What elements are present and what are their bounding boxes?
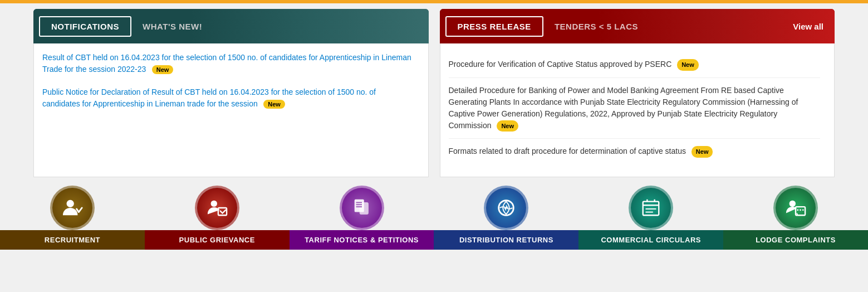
right-panel-header: PRESS RELEASE TENDERS < 5 LACS View all: [440, 9, 835, 43]
notification-link-1[interactable]: Result of CBT held on 16.04.2023 for the…: [42, 53, 411, 74]
press-badge-2: New: [497, 120, 518, 132]
commercial-label: COMMERCIAL CIRCULARS: [578, 230, 723, 250]
svg-point-0: [66, 200, 73, 207]
tab-tenders[interactable]: TENDERS < 5 LACS: [543, 17, 649, 36]
new-badge-1: New: [152, 65, 174, 74]
complaints-icon-circle: [773, 186, 818, 230]
recruitment-label: RECRUITMENT: [0, 230, 145, 250]
left-panel-body: Result of CBT held on 16.04.2023 for the…: [33, 43, 429, 177]
list-item: Formats related to draft procedure for d…: [449, 139, 821, 164]
left-panel: NOTIFICATIONS WHAT'S NEW! Result of CBT …: [33, 9, 429, 177]
nav-item-recruitment[interactable]: RECRUITMENT: [0, 186, 145, 250]
complaints-label: LODGE COMPLAINTS: [723, 230, 868, 250]
nav-item-commercial[interactable]: COMMERCIAL CIRCULARS: [578, 186, 723, 250]
svg-rect-2: [218, 208, 227, 215]
list-item: Result of CBT held on 16.04.2023 for the…: [42, 52, 414, 75]
new-badge-2: New: [263, 100, 285, 109]
right-panel: PRESS RELEASE TENDERS < 5 LACS View all …: [440, 9, 835, 177]
tariff-icon: [351, 197, 372, 218]
distribution-label: DISTRIBUTION RETURNS: [434, 230, 578, 250]
tab-press-release[interactable]: PRESS RELEASE: [445, 16, 543, 37]
press-text-1: Procedure for Verification of Captive St…: [449, 60, 672, 69]
svg-point-1: [210, 201, 217, 207]
svg-point-17: [797, 209, 798, 211]
tab-notifications[interactable]: NOTIFICATIONS: [39, 16, 131, 37]
svg-point-15: [789, 201, 796, 207]
person-check-icon: [62, 197, 83, 218]
svg-point-19: [802, 209, 804, 211]
bottom-nav: RECRUITMENT PUBLIC GRIEVANCE TARIFF NOTI…: [0, 180, 868, 250]
left-panel-header: NOTIFICATIONS WHAT'S NEW!: [33, 9, 429, 43]
tariff-label: TARIFF NOTICES & PETITIONS: [290, 230, 434, 250]
list-item: Procedure for Verification of Captive St…: [449, 52, 821, 78]
complaints-icon: [785, 197, 806, 218]
grievance-icon-circle: [195, 186, 239, 230]
nav-item-complaints[interactable]: LODGE COMPLAINTS: [723, 186, 868, 250]
tab-whats-new[interactable]: WHAT'S NEW!: [131, 17, 213, 36]
distribution-icon: [496, 197, 517, 218]
grievance-label: PUBLIC GRIEVANCE: [145, 230, 290, 250]
right-panel-body: Procedure for Verification of Captive St…: [440, 43, 835, 177]
distribution-icon-circle: [484, 186, 528, 230]
press-release-scroll[interactable]: Procedure for Verification of Captive St…: [449, 52, 826, 164]
view-all-link[interactable]: View all: [793, 22, 829, 31]
left-panel-tabs: NOTIFICATIONS WHAT'S NEW!: [33, 16, 219, 37]
press-text-3: Formats related to draft procedure for d…: [449, 147, 686, 155]
press-badge-1: New: [677, 59, 699, 71]
nav-item-tariff[interactable]: TARIFF NOTICES & PETITIONS: [290, 186, 434, 250]
notifications-scroll[interactable]: Result of CBT held on 16.04.2023 for the…: [42, 52, 420, 121]
commercial-icon-circle: [629, 186, 673, 230]
commercial-icon: [640, 197, 661, 218]
list-item: Public Notice for Declaration of Result …: [42, 86, 414, 110]
nav-item-grievance[interactable]: PUBLIC GRIEVANCE: [145, 186, 290, 250]
notification-link-2[interactable]: Public Notice for Declaration of Result …: [42, 87, 376, 108]
list-item: Detailed Procedure for Banking of Power …: [449, 78, 821, 139]
grievance-icon: [207, 197, 228, 218]
nav-item-distribution[interactable]: DISTRIBUTION RETURNS: [434, 186, 578, 250]
svg-point-18: [800, 209, 801, 211]
tariff-icon-circle: [340, 186, 384, 230]
press-badge-3: New: [692, 146, 713, 158]
recruitment-icon-circle: [50, 186, 95, 230]
right-panel-tabs: PRESS RELEASE TENDERS < 5 LACS View all: [440, 16, 835, 37]
